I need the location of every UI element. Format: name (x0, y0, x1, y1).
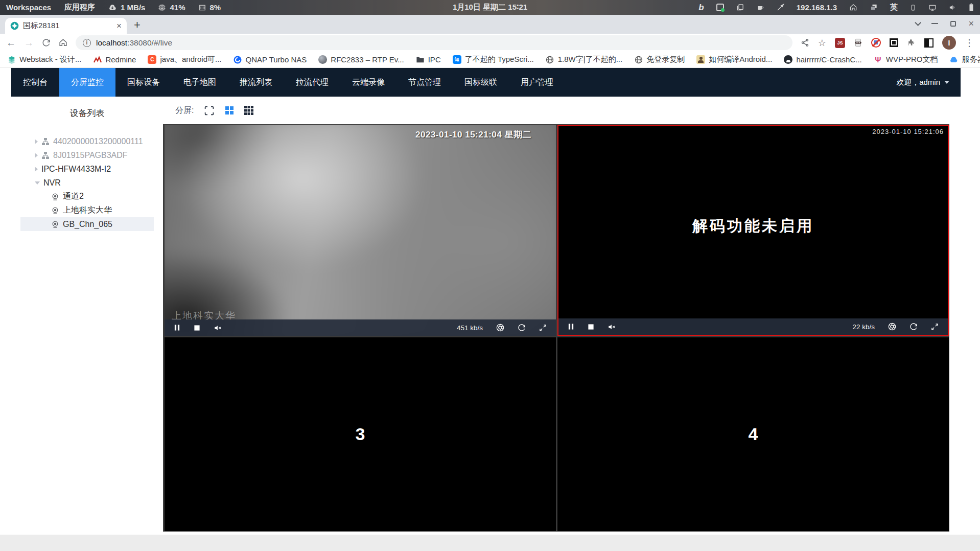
video-cell-2[interactable]: 2023-01-10 15:21:06 解码功能未启用 22 kb/s (557, 125, 949, 336)
redmine-icon (93, 55, 102, 64)
contrast-extension-icon[interactable] (924, 38, 934, 48)
home-icon[interactable] (849, 4, 857, 11)
mute-icon[interactable] (608, 323, 616, 331)
bookmark-cloud-server[interactable]: 服务器 - 轻量应用... (949, 55, 980, 64)
browser-menu-icon[interactable]: ⋮ (965, 37, 974, 49)
expand-icon[interactable] (931, 323, 939, 331)
expand-icon[interactable] (539, 324, 547, 332)
caret-right-icon[interactable] (35, 167, 38, 172)
pause-icon[interactable] (174, 324, 180, 331)
tool-icon[interactable] (777, 4, 784, 11)
nav-item-push-streams[interactable]: 推流列表 (228, 68, 284, 97)
tree-node-platform[interactable]: 44020000013200000111 (20, 134, 154, 148)
grid-3x3-icon[interactable] (244, 106, 253, 115)
screenshot-app-icon[interactable] (716, 4, 724, 11)
back-icon[interactable]: ← (6, 37, 16, 49)
clipboard-icon[interactable] (736, 4, 744, 11)
bookmark-typescript-article[interactable]: 1.8W字|了不起的... (546, 55, 622, 64)
bookmark-github-crashc[interactable]: hairrrrr/C-CrashC... (784, 55, 861, 64)
video-cell-4[interactable]: 4 (557, 337, 949, 531)
caret-down-icon[interactable] (35, 181, 40, 185)
bookmark-star-icon[interactable]: ☆ (818, 37, 826, 49)
nav-item-pull-proxy[interactable]: 拉流代理 (284, 68, 340, 97)
bookmark-qnap[interactable]: QNAP Turbo NAS (234, 55, 307, 64)
browser-tab[interactable]: 国标28181 × (5, 18, 127, 34)
reload-icon[interactable] (42, 38, 51, 47)
nav-item-split-monitor[interactable]: 分屏监控 (59, 68, 115, 97)
restore-icon[interactable] (950, 21, 956, 27)
snapshot-aperture-icon[interactable] (888, 323, 896, 331)
profile-avatar[interactable]: I (942, 36, 956, 50)
frame-extension-icon[interactable] (890, 38, 898, 47)
cloud-download-icon (108, 4, 116, 11)
nav-item-gb-cascade[interactable]: 国标级联 (453, 68, 509, 97)
bing-icon[interactable]: b (698, 3, 704, 13)
bookmark-zhihu[interactable]: 知 了不起的 TypeScri... (453, 55, 534, 64)
bookmark-wvp-docs[interactable]: Ψ WVP-PRO文档 (874, 55, 938, 64)
video-cell-1[interactable]: 2023-01-10 15:21:04 星期二 上地科实大华 451 kb/s (165, 125, 556, 336)
phone-icon[interactable] (910, 4, 916, 12)
welcome-text: 欢迎，admin (896, 78, 940, 87)
grid-2x2-icon[interactable] (225, 106, 234, 115)
tree-node-channel-selected[interactable]: GB_Chn_065 (20, 217, 154, 231)
globe-icon (634, 55, 643, 64)
applications-button[interactable]: 应用程序 (64, 3, 95, 12)
stop-icon[interactable] (194, 325, 200, 331)
new-tab-button[interactable]: + (134, 18, 141, 32)
pause-icon[interactable] (568, 323, 574, 330)
minimize-icon[interactable] (931, 23, 938, 24)
tree-node-channel[interactable]: 通道2 (20, 190, 154, 203)
battery-icon[interactable] (969, 3, 974, 12)
display-icon[interactable] (928, 4, 937, 11)
user-menu[interactable]: 欢迎，admin (896, 68, 961, 97)
fullscreen-icon[interactable] (204, 105, 215, 116)
tab-close-icon[interactable]: × (116, 21, 122, 31)
stop-icon[interactable] (588, 324, 594, 330)
workspaces-button[interactable]: Workspaces (6, 3, 51, 12)
bookmark-copy-tool[interactable]: 免登录复制 (634, 55, 685, 64)
tab-search-chevron-icon[interactable] (915, 19, 922, 26)
nav-item-user-manage[interactable]: 用户管理 (509, 68, 565, 97)
bookmark-redmine[interactable]: Redmine (93, 55, 136, 64)
bookmark-android-build[interactable]: 如何编译Android... (696, 55, 772, 64)
snapshot-aperture-icon[interactable] (496, 324, 504, 332)
bookmark-webstack[interactable]: Webstack - 设计... (7, 55, 81, 64)
tree-node-platform[interactable]: 8J01915PAGB3ADF (20, 148, 154, 162)
input-method-indicator[interactable]: 英 (890, 3, 898, 12)
tree-node-channel[interactable]: 上地科实大华 (20, 203, 154, 217)
adblock-extension-icon[interactable] (871, 38, 881, 48)
bookmark-rfc2833[interactable]: RFC2833 – RTP Ev... (318, 55, 404, 64)
forward-icon[interactable]: → (24, 37, 34, 49)
windows-stack-icon[interactable] (870, 4, 878, 11)
csdn-icon: C (148, 55, 156, 64)
address-bar[interactable]: i localhost:38080/#/live (76, 35, 792, 50)
coffee-cup-icon[interactable] (756, 4, 764, 11)
window-close-icon[interactable]: × (968, 19, 974, 28)
tree-node-device-nvr[interactable]: NVR (20, 176, 154, 190)
volume-icon[interactable] (949, 4, 956, 11)
nav-item-gb-devices[interactable]: 国标设备 (115, 68, 172, 97)
cpu-usage: 41% (170, 3, 185, 12)
decode-disabled-message: 解码功能未启用 (692, 216, 814, 237)
bookmark-folder-ipc[interactable]: IPC (416, 55, 441, 64)
video-cell-3[interactable]: 3 (165, 337, 556, 531)
mute-icon[interactable] (214, 324, 222, 332)
nav-item-e-map[interactable]: 电子地图 (172, 68, 228, 97)
refresh-icon[interactable] (909, 323, 918, 331)
js-extension-icon[interactable]: JS (835, 38, 845, 48)
site-info-icon[interactable]: i (83, 39, 91, 47)
webcam-icon (51, 220, 59, 228)
nav-item-node-manage[interactable]: 节点管理 (396, 68, 453, 97)
tree-node-device[interactable]: IPC-HFW4433M-I2 (20, 162, 154, 176)
browser-home-icon[interactable] (59, 38, 67, 47)
nav-item-console[interactable]: 控制台 (11, 68, 59, 97)
refresh-icon[interactable] (518, 324, 526, 332)
caret-right-icon[interactable] (35, 153, 38, 158)
extensions-puzzle-icon[interactable] (907, 38, 916, 47)
incognito-mask-extension-icon[interactable] (854, 38, 862, 47)
bookmark-csdn[interactable]: C java、android可... (148, 55, 221, 64)
nav-item-cloud-record[interactable]: 云端录像 (340, 68, 396, 97)
sitemap-icon (41, 137, 50, 146)
share-icon[interactable] (801, 38, 809, 47)
caret-right-icon[interactable] (35, 139, 38, 144)
